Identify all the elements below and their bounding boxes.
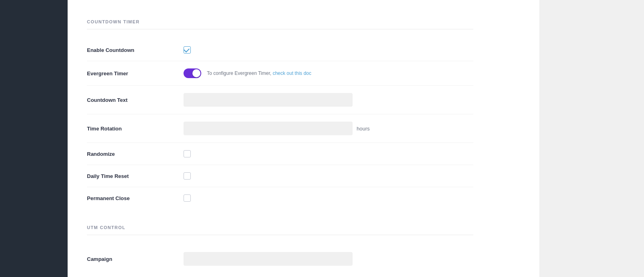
- right-panel: [539, 0, 644, 277]
- utm-section: UTM CONTROL Campaign: [87, 225, 473, 273]
- evergreen-helper-prefix: To configure Evergreen Timer,: [207, 70, 272, 76]
- randomize-row: Randomize: [87, 143, 473, 165]
- evergreen-timer-label: Evergreen Timer: [87, 70, 184, 76]
- evergreen-timer-control: To configure Evergreen Timer, check out …: [184, 68, 473, 78]
- sections-container: COUNTDOWN TIMER Enable Countdown Evergre…: [87, 19, 473, 273]
- evergreen-timer-row: Evergreen Timer To configure Evergreen T…: [87, 61, 473, 86]
- permanent-close-control: [184, 194, 473, 202]
- time-rotation-suffix: hours: [357, 126, 370, 132]
- sidebar: [0, 0, 68, 277]
- main-content: COUNTDOWN TIMER Enable Countdown Evergre…: [68, 0, 539, 277]
- countdown-text-row: Countdown Text: [87, 86, 473, 114]
- enable-countdown-label: Enable Countdown: [87, 47, 184, 53]
- daily-time-reset-control: [184, 172, 473, 180]
- time-rotation-input[interactable]: [184, 122, 353, 135]
- enable-countdown-control: [184, 46, 473, 54]
- countdown-text-input[interactable]: [184, 93, 353, 107]
- campaign-label: Campaign: [87, 256, 184, 262]
- time-rotation-label: Time Rotation: [87, 126, 184, 132]
- randomize-control: [184, 150, 473, 157]
- campaign-control: [184, 252, 473, 266]
- countdown-text-control: [184, 93, 473, 107]
- randomize-label: Randomize: [87, 151, 184, 157]
- countdown-section: COUNTDOWN TIMER Enable Countdown Evergre…: [87, 19, 473, 209]
- countdown-text-label: Countdown Text: [87, 97, 184, 103]
- utm-section-title: UTM CONTROL: [87, 225, 473, 235]
- randomize-checkbox[interactable]: [184, 150, 191, 157]
- permanent-close-checkbox[interactable]: [184, 194, 191, 202]
- time-rotation-row: Time Rotation hours: [87, 114, 473, 143]
- daily-time-reset-row: Daily Time Reset: [87, 165, 473, 187]
- enable-countdown-row: Enable Countdown: [87, 39, 473, 61]
- toggle-knob: [192, 69, 200, 77]
- enable-countdown-checkbox[interactable]: [184, 46, 191, 54]
- permanent-close-row: Permanent Close: [87, 187, 473, 209]
- time-rotation-control: hours: [184, 122, 473, 135]
- daily-time-reset-checkbox[interactable]: [184, 172, 191, 180]
- time-rotation-input-group: hours: [184, 122, 370, 135]
- permanent-close-label: Permanent Close: [87, 195, 184, 201]
- campaign-row: Campaign: [87, 245, 473, 273]
- daily-time-reset-label: Daily Time Reset: [87, 173, 184, 179]
- campaign-input[interactable]: [184, 252, 353, 266]
- evergreen-doc-link[interactable]: check out this doc: [272, 70, 311, 76]
- evergreen-timer-toggle[interactable]: [184, 68, 201, 78]
- countdown-section-title: COUNTDOWN TIMER: [87, 19, 473, 29]
- evergreen-helper-text: To configure Evergreen Timer, check out …: [207, 70, 311, 76]
